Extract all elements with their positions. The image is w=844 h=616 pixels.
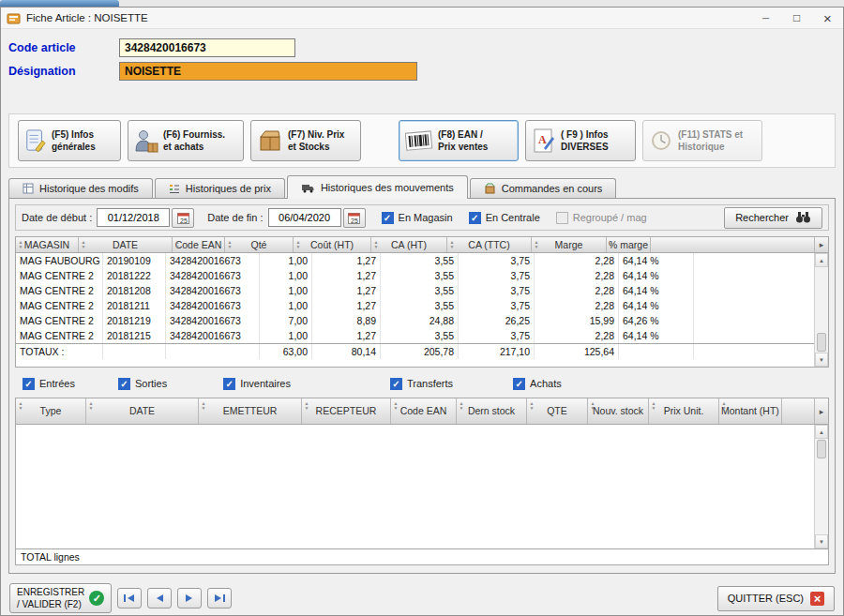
cell-cout-ht: 1,27 [312, 328, 381, 343]
tab-historiques-mouvements[interactable]: Historiques des mouvements [287, 175, 468, 198]
transferts-checkbox[interactable]: Transferts [390, 378, 453, 390]
column-header[interactable]: Coût (HT) [294, 237, 371, 252]
scrollbar-thumb[interactable] [817, 333, 826, 352]
sort-icon [173, 240, 181, 249]
column-header[interactable]: QTE [527, 398, 588, 424]
entrees-checkbox[interactable]: Entrées [23, 378, 75, 390]
regroupe-mag-checkbox[interactable]: Regroupé / mag [556, 212, 647, 224]
date-start-label: Date de début : [22, 212, 92, 223]
column-header[interactable]: RECEPTEUR [302, 398, 391, 424]
close-icon[interactable] [812, 8, 843, 28]
quit-button[interactable]: QUITTER (ESC) [717, 586, 835, 611]
column-header[interactable]: Prix Unit. [649, 398, 719, 424]
table-row[interactable]: MAG FAUBOURG 20190109 3428420016673 1,00… [16, 253, 814, 268]
column-header[interactable]: DATE [86, 398, 199, 424]
movements-table-body: MAG FAUBOURG 20190109 3428420016673 1,00… [16, 253, 828, 367]
detail-scrollbar[interactable] [814, 425, 828, 548]
header-filler [651, 237, 814, 252]
column-next-icon[interactable] [814, 237, 828, 252]
designation-field[interactable] [119, 62, 417, 81]
column-header[interactable]: DATE [79, 237, 173, 252]
column-header[interactable]: Marge [532, 237, 607, 252]
cell-ca-ht: 3,55 [381, 283, 459, 298]
en-centrale-checkbox[interactable]: En Centrale [469, 212, 540, 224]
footer: ENREGISTRER / VALIDER (F2) [1, 582, 843, 614]
scroll-down-icon[interactable] [815, 534, 828, 548]
save-button[interactable]: ENREGISTRER / VALIDER (F2) [9, 583, 112, 613]
table-row[interactable]: MAG CENTRE 2 20181222 3428420016673 1,00… [16, 268, 814, 283]
totals-row: TOTAUX : 63,00 80,14 205,78 217,10 125,6… [16, 343, 814, 359]
column-header[interactable]: CA (TTC) [447, 237, 532, 252]
table-row[interactable]: MAG CENTRE 2 20181219 3428420016673 7,00… [16, 313, 814, 328]
en-magasin-checkbox[interactable]: En Magasin [382, 212, 453, 224]
rechercher-button[interactable]: Rechercher [724, 207, 822, 229]
column-header[interactable]: Nouv. stock [588, 398, 649, 424]
totals-label: TOTAUX : [16, 344, 103, 359]
scrollbar-track[interactable] [815, 439, 828, 534]
cell-ca-ht: 3,55 [381, 268, 459, 283]
table-row[interactable]: MAG CENTRE 2 20181215 3428420016673 1,00… [16, 328, 814, 343]
scrollbar-track[interactable] [815, 267, 828, 353]
maximize-icon[interactable] [781, 8, 812, 28]
column-header[interactable]: CA (HT) [371, 237, 447, 252]
button-label: générales [52, 142, 96, 152]
scrollbar-thumb[interactable] [817, 440, 826, 458]
cell-code-ean: 3428420016673 [166, 268, 260, 283]
button-label: et achats [163, 142, 203, 152]
previous-record-button[interactable] [147, 588, 172, 608]
infos-generales-button[interactable]: (F5) Infosgénérales [18, 120, 121, 161]
button-label: DIVERSES [561, 142, 609, 152]
column-header[interactable]: % marge [607, 237, 651, 252]
date-start-calendar-icon[interactable]: 25 [172, 208, 194, 228]
date-end-input[interactable] [268, 208, 341, 227]
cell-date: 20181215 [103, 328, 166, 343]
cell-marge: 2,28 [535, 283, 619, 298]
table-row[interactable]: MAG CENTRE 2 20181208 3428420016673 1,00… [16, 283, 814, 298]
price-list-icon [169, 183, 180, 194]
cell-qte: 7,00 [260, 313, 312, 328]
niveau-prix-stocks-button[interactable]: (F7) Niv. Prixet Stocks [250, 120, 361, 161]
infos-diverses-button[interactable]: A ( F9 ) InfosDIVERSES [525, 120, 636, 161]
code-article-field[interactable] [119, 38, 295, 57]
cell-cout-ht: 1,27 [312, 283, 381, 298]
button-label: Prix ventes [438, 142, 488, 152]
cell-ca-ht: 24,88 [381, 313, 459, 328]
barcode-icon [405, 128, 433, 153]
column-header[interactable]: Dern stock [457, 398, 527, 424]
last-record-button[interactable] [207, 588, 232, 608]
cell-marge: 2,28 [535, 328, 619, 343]
scroll-up-icon[interactable] [815, 253, 828, 267]
achats-checkbox[interactable]: Achats [513, 378, 562, 390]
ean-prix-ventes-button[interactable]: (F8) EAN /Prix ventes [399, 120, 519, 161]
cell-ca-ht: 3,55 [381, 328, 459, 343]
date-start-input[interactable] [97, 208, 170, 227]
date-end-calendar-icon[interactable]: 25 [343, 208, 366, 228]
document-pen-icon: A [532, 128, 556, 154]
column-header[interactable]: Montant (HT) [719, 398, 782, 424]
tab-historiques-prix[interactable]: Historiques de prix [155, 178, 285, 198]
scroll-down-icon[interactable] [815, 353, 828, 367]
column-header[interactable]: EMETTEUR [199, 398, 302, 424]
column-header[interactable]: Code EAN [391, 398, 457, 424]
stats-historique-button[interactable]: (F11) STATS etHistorique [642, 120, 762, 161]
green-check-icon [89, 591, 104, 606]
tab-historique-modifs[interactable]: Historique des modifs [8, 178, 153, 198]
cell-magasin: MAG CENTRE 2 [16, 268, 103, 283]
checkbox-icon [23, 378, 35, 390]
column-header[interactable]: Type [16, 398, 86, 424]
checkbox-label: En Centrale [486, 212, 540, 223]
column-header[interactable]: Code EAN [173, 237, 225, 252]
column-header[interactable]: Qté [225, 237, 294, 252]
column-next-icon[interactable] [814, 398, 828, 424]
table-row[interactable]: MAG CENTRE 2 20181211 3428420016673 1,00… [16, 298, 814, 313]
first-record-button[interactable] [117, 588, 142, 608]
scroll-up-icon[interactable] [815, 425, 828, 439]
movements-scrollbar[interactable] [814, 253, 828, 367]
sorties-checkbox[interactable]: Sorties [118, 378, 167, 390]
fournisseurs-achats-button[interactable]: (F6) Fourniss.et achats [128, 120, 244, 161]
tab-commandes-en-cours[interactable]: Commandes en cours [470, 178, 617, 198]
inventaires-checkbox[interactable]: Inventaires [223, 378, 291, 390]
next-record-button[interactable] [177, 588, 202, 608]
minimize-icon[interactable] [750, 8, 781, 28]
column-header[interactable]: MAGASIN [16, 237, 79, 252]
